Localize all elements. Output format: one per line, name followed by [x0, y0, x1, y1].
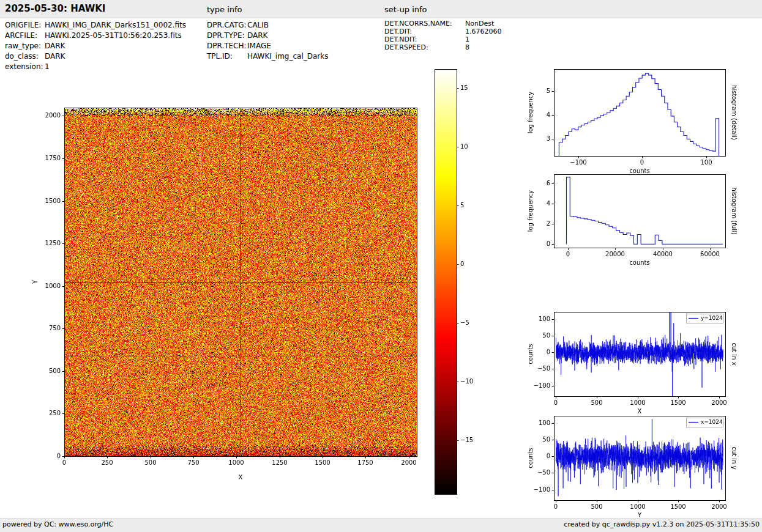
setup-info-heading: set-up info — [384, 5, 427, 14]
meta-row: do_class:DARK — [5, 51, 186, 62]
meta-row: DET.RSPEED:8 — [384, 43, 502, 51]
meta-value: DARK — [247, 31, 267, 40]
meta-label: DET.NDIT: — [384, 35, 465, 43]
meta-row: DET.NCORRS.NAME:NonDest — [384, 20, 502, 28]
meta-label: DET.NCORRS.NAME: — [384, 20, 465, 28]
meta-value: 8 — [465, 43, 469, 51]
meta-value: 1.6762060 — [465, 28, 502, 35]
meta-value: HAWKI_img_cal_Darks — [247, 52, 329, 61]
cut-in-y-canvas — [511, 408, 762, 518]
histogram-detail-canvas — [511, 61, 762, 174]
meta-value: DARK — [45, 42, 65, 50]
meta-row: DPR.TYPE:DARK — [207, 31, 329, 41]
dark-frame-heatmap-canvas — [12, 64, 428, 492]
footer-left-text: powered by QC: www.eso.org/HC — [2, 520, 113, 528]
footer-right-text: created by qc_rawdisp.py v1.2.3 on 2025-… — [564, 520, 760, 528]
meta-label: DPR.TYPE: — [207, 31, 247, 41]
meta-label: DPR.TECH: — [207, 41, 247, 51]
header-bar — [0, 0, 762, 18]
meta-label: TPL.ID: — [207, 51, 247, 62]
meta-row: ARCFILE:HAWKI.2025-05-31T10:56:20.253.fi… — [5, 31, 186, 41]
meta-label: ORIGFILE: — [5, 20, 45, 31]
cut-in-x-canvas — [511, 305, 762, 415]
meta-value: DARK — [45, 52, 65, 61]
meta-row: DPR.TECH:IMAGE — [207, 41, 329, 51]
meta-label: raw_type: — [5, 41, 45, 51]
meta-label: DPR.CATG: — [207, 20, 247, 31]
meta-row: DET.DIT:1.6762060 — [384, 28, 502, 35]
meta-value: 1 — [465, 35, 469, 43]
colorbar-canvas — [428, 64, 480, 501]
meta-value: HAWKI.2025-05-31T10:56:20.253.fits — [45, 31, 182, 40]
meta-value: CALIB — [247, 21, 269, 29]
histogram-full-canvas — [511, 166, 762, 276]
page-title: 2025-05-30: HAWKI — [5, 3, 105, 14]
meta-label: DET.DIT: — [384, 28, 465, 35]
meta-value: NonDest — [465, 20, 494, 28]
meta-row: raw_type:DARK — [5, 41, 186, 51]
qc-report-page: { "header": { "title": "2025-05-30: HAWK… — [0, 0, 762, 532]
meta-row: ORIGFILE:HAWKI_IMG_DARK_Darks151_0002.fi… — [5, 20, 186, 31]
meta-label: ARCFILE: — [5, 31, 45, 41]
type-info-heading: type info — [207, 5, 242, 14]
meta-row: DPR.CATG:CALIB — [207, 20, 329, 31]
meta-label: DET.RSPEED: — [384, 43, 465, 51]
setup-info-list: DET.NCORRS.NAME:NonDest DET.DIT:1.676206… — [384, 20, 502, 51]
meta-row: TPL.ID:HAWKI_img_cal_Darks — [207, 51, 329, 62]
type-info-list: DPR.CATG:CALIB DPR.TYPE:DARK DPR.TECH:IM… — [207, 20, 329, 62]
meta-row: DET.NDIT:1 — [384, 35, 502, 43]
meta-label: do_class: — [5, 51, 45, 62]
meta-value: HAWKI_IMG_DARK_Darks151_0002.fits — [45, 21, 186, 29]
meta-value: IMAGE — [247, 42, 271, 50]
